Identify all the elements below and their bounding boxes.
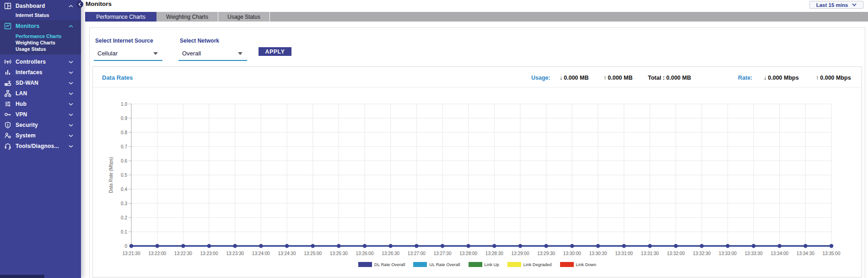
chevron-down-icon xyxy=(69,124,73,127)
sidebar-item-internet-status[interactable]: Internet Status xyxy=(0,12,81,18)
legend-item-link-degraded[interactable]: Link Degraded xyxy=(507,262,552,267)
sidebar-footer-strip xyxy=(0,275,44,278)
sidebar-item-label: LAN xyxy=(16,90,27,97)
chevron-down-icon xyxy=(852,3,857,6)
sidebar-item-chevron xyxy=(69,103,73,106)
sidebar-item-sd-wan[interactable]: SD-WAN xyxy=(0,78,81,88)
sidebar-item-chevron xyxy=(69,71,73,74)
hub-icon xyxy=(4,100,12,108)
sidebar-item-lan[interactable]: LAN xyxy=(0,88,81,98)
sidebar-item-label: Security xyxy=(16,122,38,128)
data-rates-card: Data Rates Usage: ↓0.000 MB ↑0.000 MB To… xyxy=(92,66,862,278)
sidebar-item-label: Controllers xyxy=(16,59,46,65)
legend-label: Link Down xyxy=(576,262,596,267)
chevron-down-icon xyxy=(69,60,73,64)
usage-total-stat: Total : 0.000 MB xyxy=(648,75,691,81)
sidebar-item-chevron xyxy=(69,124,73,127)
sidebar-item-chevron xyxy=(69,25,73,28)
sidebar-item-label: SD-WAN xyxy=(16,80,38,86)
sidebar-item-label: Hub xyxy=(16,101,27,107)
app-window: DashboardInternet StatusMonitorsPerforma… xyxy=(0,0,868,278)
dashboard-icon xyxy=(4,2,12,10)
tab-weighting-charts[interactable]: Weighting Charts xyxy=(156,12,218,22)
internet-source-select[interactable]: Cellular xyxy=(94,47,162,61)
chevron-up-icon xyxy=(69,5,73,8)
tab-bar: Performance ChartsWeighting ChartsUsage … xyxy=(85,12,868,22)
upload-arrow-icon: ↑ xyxy=(604,75,606,81)
network-value: Overall xyxy=(182,50,201,57)
vpn-icon xyxy=(4,111,12,118)
sidebar-item-label: Dashboard xyxy=(16,3,45,9)
sidebar-item-chevron xyxy=(69,113,73,116)
sidebar-item-security[interactable]: Security xyxy=(0,120,81,130)
sidebar-item-label: Tools/Diagnos... xyxy=(16,143,59,149)
sidebar-item-monitors[interactable]: Monitors xyxy=(0,21,81,31)
apply-button[interactable]: APPLY xyxy=(259,47,291,56)
page-title: Monitors xyxy=(86,0,112,7)
internet-source-value: Cellular xyxy=(97,50,118,57)
sidebar-subitem-label: Usage Status xyxy=(16,46,46,52)
sidebar-item-chevron xyxy=(69,82,73,85)
sidebar-collapse-button[interactable] xyxy=(76,1,83,8)
rate-upload-stat: ↑0.000 Mbps xyxy=(816,75,851,81)
tab-performance-charts[interactable]: Performance Charts xyxy=(85,12,156,22)
select-internet-source-label: Select Internet Source xyxy=(95,38,153,44)
usage-upload-stat: ↑0.000 MB xyxy=(604,75,632,81)
sidebar-item-interfaces[interactable]: Interfaces xyxy=(0,67,81,77)
chevron-down-icon xyxy=(69,71,73,74)
rate-download-stat: ↓0.000 Mbps xyxy=(764,75,799,81)
sidebar-item-label: VPN xyxy=(16,111,27,118)
usage-label: Usage: xyxy=(531,75,550,81)
legend-label: Link Degraded xyxy=(523,262,552,267)
interfaces-icon xyxy=(4,69,12,76)
sidebar-item-weighting-charts[interactable]: Weighting Charts xyxy=(0,39,81,46)
dropdown-caret-icon xyxy=(153,52,158,55)
sidebar-item-usage-status[interactable]: Usage Status xyxy=(0,46,81,52)
upload-arrow-icon: ↑ xyxy=(816,75,819,81)
time-range-dropdown[interactable]: Last 15 mins xyxy=(809,1,863,9)
sidebar-item-chevron xyxy=(69,60,73,64)
sidebar-item-chevron xyxy=(69,134,73,137)
sidebar-subitem-label: Internet Status xyxy=(16,12,49,18)
sidebar-item-dashboard[interactable]: Dashboard xyxy=(0,1,81,11)
sdwan-icon xyxy=(4,79,12,87)
sidebar-item-label: Monitors xyxy=(16,23,39,29)
chevron-down-icon xyxy=(69,82,73,85)
sidebar-item-label: System xyxy=(16,132,36,139)
chevron-down-icon xyxy=(69,92,73,95)
sidebar-item-performance-charts[interactable]: Performance Charts xyxy=(0,33,81,39)
network-select[interactable]: Overall xyxy=(178,47,247,61)
download-arrow-icon: ↓ xyxy=(560,75,562,81)
security-icon xyxy=(4,121,12,129)
legend-item-dl-rate-overall[interactable]: DL Rate Overall xyxy=(358,262,405,267)
legend-item-link-down[interactable]: Link Down xyxy=(560,262,596,267)
chart-legend: DL Rate OverallUL Rate OverallLink UpLin… xyxy=(92,262,862,267)
legend-label: DL Rate Overall xyxy=(374,262,405,267)
legend-item-ul-rate-overall[interactable]: UL Rate Overall xyxy=(413,262,460,267)
lan-icon xyxy=(4,90,12,97)
chevron-down-icon xyxy=(69,145,73,148)
legend-swatch xyxy=(469,262,482,267)
system-icon xyxy=(4,132,12,139)
legend-item-link-up[interactable]: Link Up xyxy=(469,262,499,267)
legend-label: Link Up xyxy=(485,262,499,267)
time-range-label: Last 15 mins xyxy=(816,2,848,8)
legend-swatch xyxy=(358,262,372,267)
chevron-left-icon xyxy=(78,2,82,6)
legend-swatch xyxy=(413,262,427,267)
tools-icon xyxy=(4,142,12,150)
sidebar-item-vpn[interactable]: VPN xyxy=(0,109,81,120)
sidebar: DashboardInternet StatusMonitorsPerforma… xyxy=(0,0,81,278)
sidebar-item-hub[interactable]: Hub xyxy=(0,99,81,109)
tab-usage-status[interactable]: Usage Status xyxy=(218,12,270,22)
legend-swatch xyxy=(560,262,574,267)
controllers-icon xyxy=(4,58,12,65)
rate-label: Rate: xyxy=(738,75,752,81)
usage-download-stat: ↓0.000 MB xyxy=(560,75,588,81)
download-arrow-icon: ↓ xyxy=(764,75,766,81)
chevron-down-icon xyxy=(69,103,73,106)
sidebar-item-system[interactable]: System xyxy=(0,131,81,141)
sidebar-item-controllers[interactable]: Controllers xyxy=(0,57,81,67)
sidebar-item-tools-diagnos[interactable]: Tools/Diagnos... xyxy=(0,141,81,151)
legend-label: UL Rate Overall xyxy=(429,262,460,267)
